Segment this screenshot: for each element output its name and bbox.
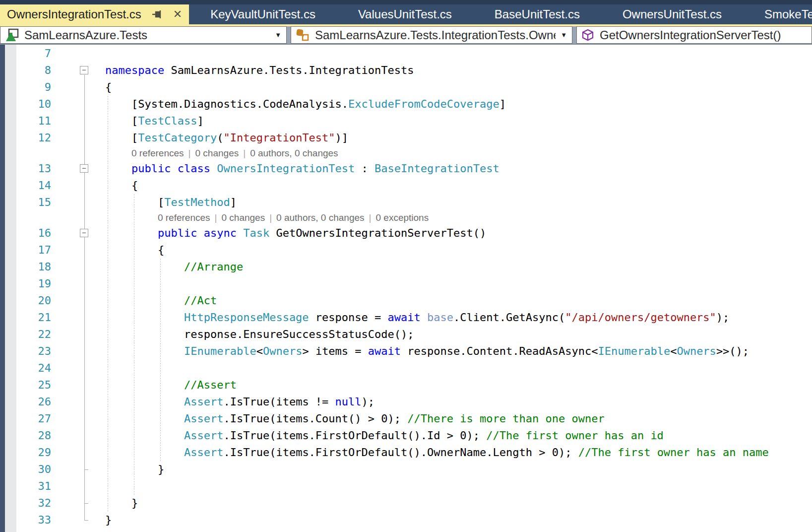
codelens-link[interactable]: 0 references — [131, 148, 184, 158]
codelens-separator: | — [369, 212, 372, 223]
tab-keyvaultunittest-cs[interactable]: KeyVaultUnitTest.cs — [189, 4, 337, 24]
tab-valuesunittest-cs[interactable]: ValuesUnitTest.cs — [337, 4, 473, 24]
codelens-link[interactable]: 0 changes — [195, 148, 239, 158]
document-tab-bar: OwnersIntegrationTest.cs ✕ KeyVaultUnitT… — [0, 0, 812, 24]
fold-collapse-toggle[interactable]: − — [80, 164, 88, 173]
line-number: 17 — [16, 242, 51, 259]
code-line: 33} — [0, 512, 812, 529]
line-number: 22 — [16, 326, 51, 343]
code-text: Assert.IsTrue(items != null); — [105, 394, 375, 410]
code-text: public class OwnersIntegrationTest : Bas… — [105, 160, 500, 177]
code-lines: 78−namespace SamLearnsAzure.Tests.Integr… — [0, 45, 812, 529]
code-text: [TestMethod] — [105, 194, 237, 211]
code-text: //Arrange — [105, 259, 243, 275]
code-line: 21 HttpResponseMessage response = await … — [0, 309, 812, 326]
codelens-link[interactable]: 0 references — [158, 212, 210, 223]
codelens-separator: | — [269, 212, 272, 223]
code-line: 15 [TestMethod] — [0, 194, 812, 211]
line-number: 20 — [16, 292, 51, 309]
code-text: } — [105, 495, 138, 512]
line-number: 26 — [16, 394, 51, 410]
code-line: 23 IEnumerable<Owners> items = await res… — [0, 343, 812, 360]
line-number: 19 — [16, 275, 51, 292]
code-line: 12 [TestCategory("IntegrationTest")] — [0, 130, 812, 146]
tab-label: ValuesUnitTest.cs — [358, 7, 452, 21]
tabbar-top-strip — [0, 0, 812, 4]
vs-editor-window: OwnersIntegrationTest.cs ✕ KeyVaultUnitT… — [0, 0, 812, 532]
method-icon — [581, 28, 595, 42]
member-name: GetOwnersIntegrationServerTest() — [600, 28, 812, 42]
member-dropdown[interactable]: GetOwnersIntegrationServerTest() — [576, 26, 812, 44]
code-line: 13− public class OwnersIntegrationTest :… — [0, 160, 812, 177]
codelens-separator: | — [188, 148, 191, 158]
codelens-indicators[interactable]: 0 references|0 changes|0 authors, 0 chan… — [131, 146, 338, 160]
codelens-link[interactable]: 0 exceptions — [376, 212, 429, 223]
tab-label: BaseUnitTest.cs — [495, 7, 580, 21]
tab-label: KeyVaultUnitTest.cs — [210, 7, 315, 21]
class-icon — [295, 28, 310, 43]
code-text: { — [105, 79, 112, 96]
code-line: 9{ — [0, 79, 812, 96]
code-text: IEnumerable<Owners> items = await respon… — [105, 343, 749, 360]
tab-smoketest[interactable]: SmokeTest — [743, 4, 812, 24]
tab-list: OwnersIntegrationTest.cs ✕ KeyVaultUnitT… — [0, 4, 812, 24]
code-text: //Act — [105, 292, 217, 309]
line-number: 12 — [16, 130, 51, 146]
chevron-down-icon[interactable]: ▼ — [561, 31, 567, 39]
close-icon[interactable]: ✕ — [173, 9, 182, 20]
type-dropdown[interactable]: SamLearnsAzure.Tests.IntegrationTests.Ow… — [291, 26, 572, 44]
codelens-separator: | — [243, 148, 246, 158]
project-dropdown[interactable]: SamLearnsAzure.Tests ▼ — [0, 26, 287, 44]
line-number: 16 — [16, 225, 51, 242]
code-text: } — [105, 512, 112, 529]
tab-label: OwnersUnitTest.cs — [623, 7, 722, 21]
line-number: 21 — [16, 309, 51, 326]
code-text: public async Task GetOwnersIntegrationSe… — [105, 225, 486, 242]
code-line: 29 Assert.IsTrue(items.FirstOrDefault().… — [0, 444, 812, 461]
type-name: SamLearnsAzure.Tests.IntegrationTests.Ow… — [315, 28, 556, 42]
codelens-row: 0 references|0 changes|0 authors, 0 chan… — [0, 146, 812, 160]
line-number: 29 — [16, 444, 51, 461]
tab-baseunittest-cs[interactable]: BaseUnitTest.cs — [473, 4, 601, 24]
code-line: 8−namespace SamLearnsAzure.Tests.Integra… — [0, 62, 812, 79]
tab-owners-integration-test[interactable]: OwnersIntegrationTest.cs ✕ — [0, 4, 189, 24]
code-text: { — [105, 177, 138, 194]
test-project-flask-icon — [4, 28, 19, 43]
line-number: 30 — [16, 461, 51, 478]
code-text: //Assert — [105, 377, 237, 394]
line-number: 10 — [16, 96, 51, 113]
code-editor[interactable]: 78−namespace SamLearnsAzure.Tests.Integr… — [0, 45, 812, 532]
code-line: 17 { — [0, 242, 812, 259]
code-line: 31 — [0, 478, 812, 495]
line-number: 14 — [16, 177, 51, 194]
pushpin-icon[interactable] — [151, 8, 163, 20]
code-text: HttpResponseMessage response = await bas… — [105, 309, 729, 326]
fold-collapse-toggle[interactable]: − — [80, 66, 88, 74]
codelens-link[interactable]: 0 authors, 0 changes — [250, 148, 338, 158]
line-number: 33 — [16, 512, 51, 529]
codelens-indicators[interactable]: 0 references|0 changes|0 authors, 0 chan… — [158, 211, 429, 225]
codelens-link[interactable]: 0 authors, 0 changes — [276, 212, 364, 223]
code-text: Assert.IsTrue(items.FirstOrDefault().Id … — [105, 427, 664, 444]
code-line: 11 [TestClass] — [0, 113, 812, 130]
tab-label: SmokeTest — [764, 7, 812, 21]
tab-ownersunittest-cs[interactable]: OwnersUnitTest.cs — [601, 4, 743, 24]
line-number: 23 — [16, 343, 51, 360]
code-line: 16− public async Task GetOwnersIntegrati… — [0, 225, 812, 242]
line-number: 15 — [16, 194, 51, 211]
line-number: 25 — [16, 377, 51, 394]
code-text: [TestClass] — [105, 113, 204, 130]
code-text: namespace SamLearnsAzure.Tests.Integrati… — [105, 62, 414, 79]
code-line: 24 — [0, 360, 812, 377]
code-line: 19 — [0, 275, 812, 292]
chevron-down-icon[interactable]: ▼ — [275, 31, 281, 39]
codelens-link[interactable]: 0 changes — [221, 212, 265, 223]
code-line: 22 response.EnsureSuccessStatusCode(); — [0, 326, 812, 343]
fold-collapse-toggle[interactable]: − — [80, 229, 88, 237]
code-line: 20 //Act — [0, 292, 812, 309]
line-number: 24 — [16, 360, 51, 377]
code-text: Assert.IsTrue(items.Count() > 0); //Ther… — [105, 410, 605, 427]
code-line: 26 Assert.IsTrue(items != null); — [0, 394, 812, 410]
navbar-separator — [287, 26, 291, 44]
code-line: 25 //Assert — [0, 377, 812, 394]
